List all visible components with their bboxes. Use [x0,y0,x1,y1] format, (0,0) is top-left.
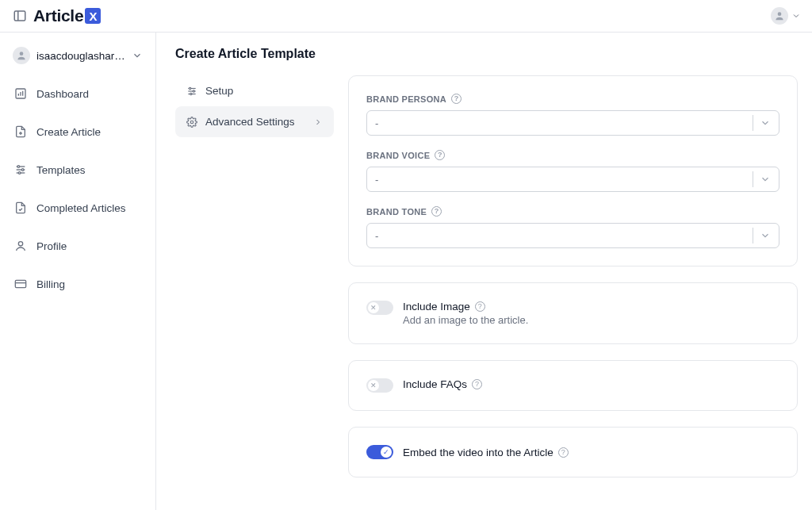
gear-icon [186,117,197,128]
subnav-item-advanced[interactable]: Advanced Settings [175,106,334,137]
sidebar-item-label: Dashboard [36,88,89,100]
field-label: Brand Voice ? [366,150,779,160]
field-label: Brand Tone ? [366,206,779,217]
select-value: - [375,117,746,129]
field-label-text: Brand Voice [366,151,430,160]
field-brand-tone: Brand Tone ? - [366,206,779,248]
field-label-text: Brand Tone [366,207,427,217]
svg-point-15 [18,172,21,174]
chart-icon [14,87,27,100]
topbar-user-menu[interactable] [771,7,801,25]
sidebar-user-name: isaacdouglasharmon... [36,50,125,62]
sidebar-item-label: Templates [36,164,86,176]
panel-icon [13,9,27,23]
settings-subnav: Setup Advanced Settings [175,75,334,137]
sidebar-item-completed-articles[interactable]: Completed Articles [6,194,149,221]
chevron-down-icon [760,174,771,185]
user-icon [14,240,27,252]
topbar: ArticleX [0,0,812,33]
help-icon[interactable]: ? [451,94,462,104]
select-value: - [375,230,746,242]
brand-voice-select[interactable]: - [366,167,779,192]
svg-rect-17 [15,280,25,287]
help-icon[interactable]: ? [475,301,485,312]
svg-point-16 [18,242,22,246]
toggle-knob: ✕ [368,380,379,391]
svg-point-24 [190,93,192,94]
field-brand-persona: Brand Persona ? - [366,94,779,136]
brand-persona-select[interactable]: - [366,110,779,136]
chevron-down-icon [791,11,801,21]
main: Create Article Template Setup Advanced S… [156,33,812,510]
include-image-toggle[interactable]: ✕ [366,301,393,315]
help-icon[interactable]: ? [435,150,445,160]
help-icon[interactable]: ? [431,206,442,217]
chevron-down-icon [132,50,143,61]
svg-point-23 [193,90,194,91]
field-label: Brand Persona ? [366,94,779,104]
chevron-down-icon [760,230,771,241]
brand-word: Article [33,6,83,25]
select-divider [753,171,753,187]
sliders-icon [14,163,27,176]
select-divider [753,115,753,131]
include-image-card: ✕ Include Image ? Add an image to the ar… [348,282,798,344]
sidebar-item-dashboard[interactable]: Dashboard [6,80,149,107]
sidebar: isaacdouglasharmon... Dashboard Create A… [0,33,156,510]
svg-point-3 [20,52,24,56]
chevron-down-icon [760,117,771,128]
toggle-knob: ✕ [368,302,379,313]
field-label-text: Brand Persona [366,94,446,104]
embed-video-toggle[interactable]: ✓ [366,445,393,459]
svg-point-14 [21,169,24,171]
brand-suffix: X [85,8,101,24]
brand-tone-select[interactable]: - [366,223,779,248]
select-value: - [375,174,746,186]
avatar [13,47,30,64]
toggle-title-text: Include FAQs [403,378,467,390]
sidebar-item-label: Create Article [36,126,101,138]
subnav-item-label: Setup [205,85,233,97]
help-icon[interactable]: ? [558,447,569,458]
field-brand-voice: Brand Voice ? - [366,150,779,192]
svg-point-25 [190,121,193,124]
sidebar-user-switcher[interactable]: isaacdouglasharmon... [6,42,149,75]
sliders-icon [186,86,197,97]
avatar [771,7,788,25]
credit-card-icon [14,278,27,290]
help-icon[interactable]: ? [472,379,482,389]
svg-point-2 [778,12,782,16]
brand-name: ArticleX [33,6,101,25]
sidebar-item-templates[interactable]: Templates [6,156,149,183]
page-title: Create Article Template [175,47,798,61]
sidebar-item-billing[interactable]: Billing [6,270,149,297]
svg-point-13 [17,166,20,168]
svg-rect-0 [14,11,25,21]
select-divider [753,228,753,243]
file-check-icon [14,201,27,214]
sidebar-item-label: Profile [36,240,67,252]
brand-fields-card: Brand Persona ? - Bra [348,75,798,267]
toggle-knob: ✓ [381,447,392,458]
subnav-item-label: Advanced Settings [205,116,295,128]
sidebar-item-profile[interactable]: Profile [6,232,149,259]
sidebar-item-create-article[interactable]: Create Article [6,118,149,145]
sidebar-item-label: Billing [36,278,65,290]
file-plus-icon [14,125,27,138]
svg-point-22 [190,87,191,89]
include-faqs-toggle[interactable]: ✕ [366,378,393,393]
chevron-right-icon [313,117,323,127]
toggle-title-text: Include Image [403,301,470,313]
toggle-title-text: Embed the video into the Article [403,447,553,458]
sidebar-item-label: Completed Articles [36,202,126,214]
embed-video-card: ✓ Embed the video into the Article ? [348,427,798,477]
sidebar-nav: Dashboard Create Article Templates Compl… [6,80,149,297]
include-faqs-card: ✕ Include FAQs ? [348,360,798,411]
brand[interactable]: ArticleX [13,6,101,25]
subnav-item-setup[interactable]: Setup [175,75,334,106]
toggle-subtitle: Add an image to the article. [403,314,528,326]
